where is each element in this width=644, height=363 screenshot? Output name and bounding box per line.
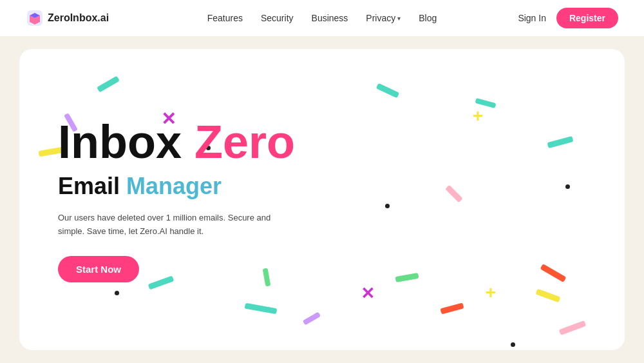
- hero-subtitle: Email Manager: [58, 173, 586, 200]
- decor-6: [376, 83, 399, 98]
- hero-description: Our users have deleted over 1 million em…: [58, 211, 290, 239]
- decor-12: [559, 320, 587, 335]
- nav-blog[interactable]: Blog: [419, 13, 437, 23]
- nav-privacy[interactable]: Privacy ▾: [366, 13, 401, 23]
- hero-content: Inbox Zero Email Manager Our users have …: [58, 117, 586, 283]
- decor-16: [303, 312, 321, 326]
- nav-links: Features Security Business Privacy ▾ Blo…: [207, 13, 437, 23]
- decor-1: [97, 76, 120, 93]
- decor-dot-5: [115, 291, 119, 295]
- sign-in-button[interactable]: Sign In: [518, 13, 546, 23]
- hero-title-zero: Zero: [194, 116, 295, 168]
- register-button[interactable]: Register: [556, 8, 618, 28]
- hero-title: Inbox Zero: [58, 117, 586, 168]
- decor-dot-4: [511, 342, 515, 347]
- decor-8: [536, 289, 561, 302]
- nav-actions: Sign In Register: [518, 8, 618, 28]
- decor-2: [475, 98, 497, 108]
- chevron-down-icon: ▾: [397, 15, 401, 22]
- nav-features[interactable]: Features: [207, 13, 243, 23]
- start-now-button[interactable]: Start Now: [58, 256, 139, 282]
- decor-4: [245, 303, 278, 315]
- logo-icon: [26, 9, 44, 27]
- hero-title-inbox: Inbox: [58, 116, 194, 168]
- hero-subtitle-email: Email: [58, 173, 126, 199]
- hero-subtitle-manager: Manager: [126, 173, 222, 199]
- nav-security[interactable]: Security: [261, 13, 294, 23]
- decor-plus-4: +: [486, 284, 496, 302]
- decor-plus-2: ✕: [361, 285, 375, 302]
- logo[interactable]: ZeroInbox.ai: [26, 9, 109, 27]
- hero-card: ✕ ✕ + + Inbox Zero Email Manager Our use…: [19, 49, 625, 350]
- main-area: ✕ ✕ + + Inbox Zero Email Manager Our use…: [0, 36, 644, 363]
- nav-business[interactable]: Business: [312, 13, 348, 23]
- brand-name: ZeroInbox.ai: [48, 12, 109, 24]
- decor-10: [440, 302, 464, 314]
- navbar: ZeroInbox.ai Features Security Business …: [0, 0, 644, 36]
